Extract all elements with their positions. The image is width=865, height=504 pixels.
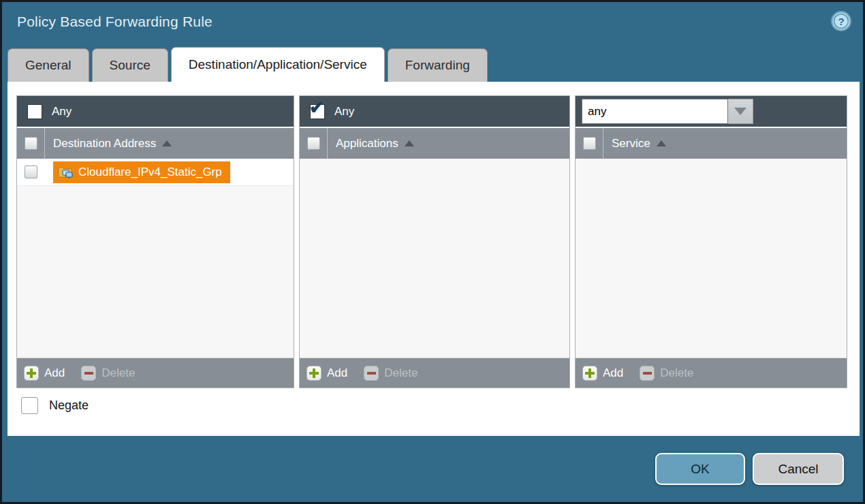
- destination-column-header: Destination Address: [17, 127, 294, 159]
- sort-asc-icon: [162, 140, 172, 146]
- applications-selectall-checkbox[interactable]: [307, 137, 320, 150]
- tab-forwarding[interactable]: Forwarding: [388, 48, 488, 82]
- service-selectall-checkbox[interactable]: [583, 137, 596, 150]
- svg-text:?: ?: [838, 16, 844, 27]
- item-checkbox[interactable]: [25, 166, 37, 178]
- negate-checkbox[interactable]: [21, 397, 38, 414]
- tab-destination-application-service[interactable]: Destination/Application/Service: [171, 47, 385, 82]
- destination-delete-button[interactable]: Delete: [81, 366, 135, 381]
- applications-footer: Add Delete: [300, 358, 569, 388]
- address-group-icon: [58, 166, 73, 178]
- destination-header-label[interactable]: Destination Address: [53, 137, 156, 151]
- service-list: [576, 159, 847, 358]
- minus-icon: [81, 366, 96, 381]
- service-mode-value[interactable]: any: [582, 99, 728, 124]
- minus-icon: [640, 366, 655, 381]
- tab-content: Any Destination Address: [7, 82, 860, 436]
- applications-panel: ✔ Any Applications Add Delete: [299, 95, 570, 388]
- sort-asc-icon: [405, 140, 414, 146]
- applications-column-header: Applications: [300, 127, 569, 159]
- tab-source[interactable]: Source: [92, 48, 168, 82]
- service-column-header: Service: [576, 127, 847, 159]
- chevron-down-icon: [734, 108, 746, 115]
- applications-header-label[interactable]: Applications: [336, 137, 398, 151]
- service-mode-bar: any: [576, 96, 847, 127]
- applications-any-label: Any: [334, 105, 354, 119]
- applications-list: [300, 159, 569, 358]
- pbf-rule-dialog: Policy Based Forwarding Rule ? General S…: [0, 0, 865, 504]
- destination-list: Cloudflare_IPv4_Static_Grp: [17, 159, 294, 358]
- destination-address-panel: Any Destination Address: [16, 95, 294, 388]
- address-group-name: Cloudflare_IPv4_Static_Grp: [78, 166, 222, 179]
- list-item[interactable]: Cloudflare_IPv4_Static_Grp: [17, 159, 294, 186]
- address-group-chip[interactable]: Cloudflare_IPv4_Static_Grp: [53, 161, 230, 183]
- destination-any-label: Any: [52, 105, 72, 119]
- checkmark-icon: ✔: [309, 99, 324, 116]
- destination-footer: Add Delete: [17, 358, 294, 388]
- ok-button[interactable]: OK: [655, 453, 745, 485]
- service-header-label[interactable]: Service: [612, 137, 650, 151]
- tab-bar: General Source Destination/Application/S…: [7, 47, 488, 82]
- negate-row: Negate: [21, 397, 89, 414]
- sort-asc-icon: [657, 140, 666, 146]
- cancel-button[interactable]: Cancel: [753, 453, 844, 485]
- service-delete-button[interactable]: Delete: [640, 366, 693, 381]
- dialog-title: Policy Based Forwarding Rule: [17, 14, 213, 30]
- applications-any-checkbox[interactable]: ✔: [310, 104, 325, 119]
- service-panel: any Service Add Delete: [575, 95, 847, 388]
- dropdown-button[interactable]: [728, 99, 753, 124]
- plus-icon: [24, 366, 39, 381]
- destination-selectall-checkbox[interactable]: [25, 137, 37, 150]
- destination-any-bar: Any: [17, 96, 294, 127]
- tab-general[interactable]: General: [7, 48, 89, 82]
- service-footer: Add Delete: [576, 358, 847, 388]
- negate-label: Negate: [49, 398, 89, 413]
- applications-delete-button[interactable]: Delete: [364, 366, 418, 381]
- plus-icon: [582, 366, 597, 381]
- applications-any-bar: ✔ Any: [300, 96, 569, 127]
- plus-icon: [306, 366, 321, 381]
- destination-any-checkbox[interactable]: [27, 104, 42, 119]
- service-add-button[interactable]: Add: [582, 366, 623, 381]
- destination-add-button[interactable]: Add: [24, 366, 65, 381]
- service-mode-dropdown[interactable]: any: [582, 99, 753, 124]
- applications-add-button[interactable]: Add: [306, 366, 347, 381]
- help-icon[interactable]: ?: [830, 10, 852, 32]
- minus-icon: [364, 366, 379, 381]
